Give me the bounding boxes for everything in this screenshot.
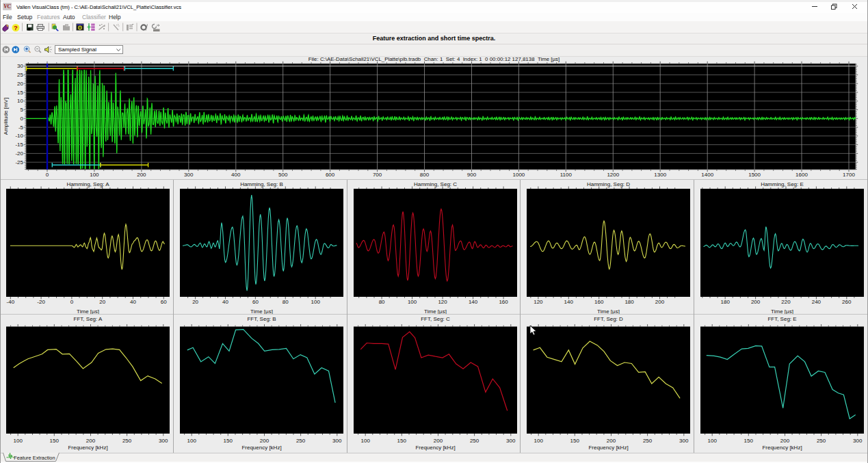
svg-text:1300: 1300 bbox=[654, 172, 666, 178]
svg-text:40: 40 bbox=[222, 299, 228, 305]
svg-text:160: 160 bbox=[594, 299, 604, 305]
svg-text:FFT, Seg: C: FFT, Seg: C bbox=[421, 316, 450, 322]
svg-text:-10: -10 bbox=[15, 133, 23, 139]
svg-text:-5: -5 bbox=[18, 124, 24, 131]
svg-text:Frequency [kHz]: Frequency [kHz] bbox=[241, 445, 281, 451]
svg-text:Time [µs]: Time [µs] bbox=[424, 308, 447, 315]
svg-text:180: 180 bbox=[721, 299, 731, 305]
svg-text:0: 0 bbox=[21, 116, 24, 122]
svg-text:Frequency [kHz]: Frequency [kHz] bbox=[68, 445, 107, 451]
svg-text:0: 0 bbox=[70, 299, 74, 305]
svg-text:Time [µs]: Time [µs] bbox=[597, 308, 620, 315]
svg-text:100: 100 bbox=[708, 438, 718, 444]
svg-text:5: 5 bbox=[21, 107, 24, 113]
svg-text:100: 100 bbox=[14, 438, 23, 444]
svg-text:Frequency [kHz]: Frequency [kHz] bbox=[415, 445, 455, 451]
svg-text:Time [µs]: Time [µs] bbox=[771, 308, 793, 315]
svg-text:150: 150 bbox=[570, 438, 580, 444]
svg-text:100: 100 bbox=[361, 438, 371, 444]
svg-text:15: 15 bbox=[17, 90, 23, 96]
svg-text:100: 100 bbox=[187, 438, 197, 444]
svg-text:60: 60 bbox=[252, 299, 259, 305]
svg-text:Frequency [kHz]: Frequency [kHz] bbox=[762, 445, 802, 451]
svg-text:Feature Extraction: Feature Extraction bbox=[14, 455, 55, 461]
svg-text:700: 700 bbox=[373, 172, 382, 178]
svg-text:0: 0 bbox=[46, 172, 49, 178]
svg-text:File: C:\AE-Data\Schall21\VCL_: File: C:\AE-Data\Schall21\VCL_Platte\plb… bbox=[308, 56, 560, 62]
svg-text:-15: -15 bbox=[15, 142, 23, 148]
svg-text:100: 100 bbox=[311, 299, 321, 305]
svg-text:-20: -20 bbox=[15, 150, 23, 157]
svg-text:1400: 1400 bbox=[701, 172, 713, 178]
svg-text:FFT, Seg: A: FFT, Seg: A bbox=[74, 316, 103, 322]
svg-text:260: 260 bbox=[842, 299, 852, 305]
svg-text:500: 500 bbox=[278, 172, 288, 178]
svg-text:140: 140 bbox=[564, 299, 574, 305]
svg-text:300: 300 bbox=[506, 438, 516, 444]
svg-text:FFT, Seg: D: FFT, Seg: D bbox=[594, 316, 623, 322]
svg-text:200: 200 bbox=[260, 438, 269, 444]
svg-text:250: 250 bbox=[817, 438, 826, 444]
svg-text:250: 250 bbox=[296, 438, 306, 444]
svg-text:150: 150 bbox=[50, 438, 60, 444]
svg-text:20: 20 bbox=[17, 81, 23, 87]
svg-text:150: 150 bbox=[397, 438, 407, 444]
svg-text:-20: -20 bbox=[37, 299, 45, 305]
svg-text:40: 40 bbox=[130, 299, 136, 305]
svg-text:800: 800 bbox=[420, 172, 430, 178]
svg-text:1200: 1200 bbox=[607, 172, 619, 178]
svg-text:140: 140 bbox=[469, 299, 478, 305]
svg-text:1100: 1100 bbox=[560, 172, 573, 178]
svg-text:Amplitude [mV]: Amplitude [mV] bbox=[3, 98, 9, 135]
svg-text:300: 300 bbox=[679, 438, 689, 444]
svg-text:Time [µs]: Time [µs] bbox=[77, 308, 99, 315]
svg-text:Hamming, Seg: B: Hamming, Seg: B bbox=[240, 181, 283, 187]
svg-text:80: 80 bbox=[282, 299, 289, 305]
svg-text:250: 250 bbox=[122, 438, 132, 444]
svg-text:20: 20 bbox=[192, 299, 198, 305]
svg-text:Hamming, Seg: D: Hamming, Seg: D bbox=[587, 181, 630, 187]
svg-text:?: ? bbox=[14, 24, 18, 31]
svg-text:200: 200 bbox=[607, 438, 616, 444]
svg-text:200: 200 bbox=[86, 438, 96, 444]
svg-text:-40: -40 bbox=[7, 299, 15, 305]
svg-text:Frequency [kHz]: Frequency [kHz] bbox=[588, 445, 628, 451]
svg-text:220: 220 bbox=[781, 299, 791, 305]
svg-text:900: 900 bbox=[467, 172, 477, 178]
svg-text:250: 250 bbox=[470, 438, 479, 444]
svg-text:100: 100 bbox=[408, 299, 417, 305]
svg-text:240: 240 bbox=[812, 299, 821, 305]
svg-text:80: 80 bbox=[379, 299, 385, 305]
svg-text:Hamming, Seg: A: Hamming, Seg: A bbox=[66, 181, 109, 187]
svg-text:150: 150 bbox=[224, 438, 233, 444]
svg-text:1000: 1000 bbox=[513, 172, 525, 178]
svg-text:200: 200 bbox=[655, 299, 665, 305]
svg-text:200: 200 bbox=[751, 299, 761, 305]
svg-text:1600: 1600 bbox=[795, 172, 808, 178]
svg-text:-25: -25 bbox=[15, 159, 23, 166]
svg-text:Time [µs]: Time [µs] bbox=[250, 308, 273, 315]
svg-text:300: 300 bbox=[184, 172, 194, 178]
svg-text:FFT, Seg: B: FFT, Seg: B bbox=[247, 316, 276, 322]
svg-text:Hamming, Seg: C: Hamming, Seg: C bbox=[414, 181, 457, 187]
svg-text:1700: 1700 bbox=[843, 172, 855, 178]
svg-text:30: 30 bbox=[17, 63, 23, 69]
svg-text:20: 20 bbox=[99, 299, 105, 305]
svg-text:160: 160 bbox=[499, 299, 508, 305]
svg-text:180: 180 bbox=[624, 299, 634, 305]
svg-text:10: 10 bbox=[17, 98, 23, 104]
svg-text:300: 300 bbox=[159, 438, 168, 444]
svg-text:150: 150 bbox=[744, 438, 754, 444]
svg-text:25: 25 bbox=[17, 72, 23, 78]
svg-text:200: 200 bbox=[434, 438, 443, 444]
svg-text:100: 100 bbox=[90, 172, 99, 178]
svg-text:400: 400 bbox=[231, 172, 241, 178]
svg-text:120: 120 bbox=[438, 299, 447, 305]
svg-text:300: 300 bbox=[332, 438, 342, 444]
svg-text:60: 60 bbox=[161, 299, 167, 305]
svg-text:300: 300 bbox=[853, 438, 863, 444]
svg-text:Hamming, Seg: E: Hamming, Seg: E bbox=[761, 181, 804, 187]
svg-text:200: 200 bbox=[780, 438, 790, 444]
svg-text:600: 600 bbox=[326, 172, 335, 178]
svg-text:100: 100 bbox=[534, 438, 544, 444]
